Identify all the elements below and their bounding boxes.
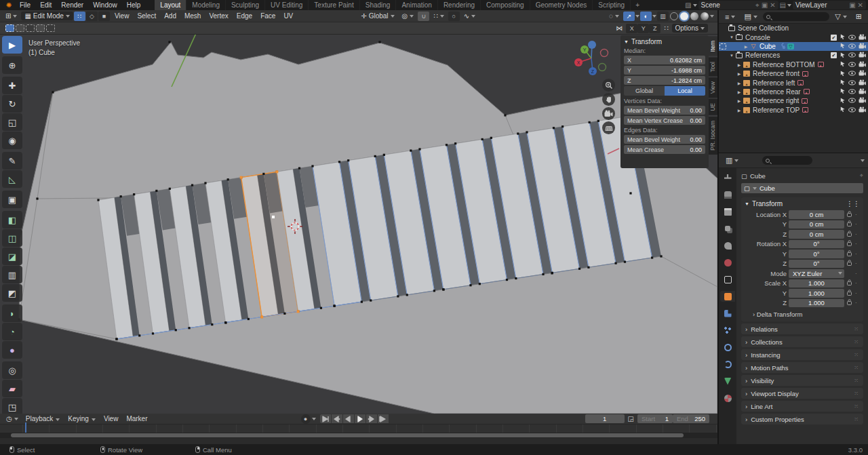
- viewport-menu-vertex[interactable]: Vertex: [205, 12, 232, 20]
- properties-tab-object-data[interactable]: [720, 376, 735, 387]
- z-value-field[interactable]: 0 cm: [789, 230, 844, 239]
- scrollbar-thumb[interactable]: [11, 433, 684, 437]
- show-overlays-toggle[interactable]: ◐: [640, 12, 652, 21]
- properties-tab-collection[interactable]: [720, 274, 735, 285]
- animate-dot-button[interactable]: ·: [855, 231, 860, 237]
- menu-file[interactable]: File: [15, 1, 35, 9]
- toggle-perspective-icon[interactable]: [602, 121, 615, 134]
- animate-dot-button[interactable]: ·: [855, 212, 860, 218]
- mode-selector[interactable]: ▦ Edit Mode: [21, 12, 73, 20]
- properties-tab-render[interactable]: [720, 189, 735, 200]
- panel-drag-dots[interactable]: ⁙: [854, 416, 859, 422]
- inset-faces-tool-button[interactable]: ◫: [2, 229, 22, 247]
- new-collection-button[interactable]: ⊞: [852, 12, 865, 22]
- editor-type-button[interactable]: ⊞: [2, 12, 20, 20]
- vertex-select-mode-button[interactable]: ∷: [74, 12, 85, 21]
- animate-dot-button[interactable]: ·: [855, 221, 860, 227]
- panel-collections[interactable]: ›Collections⁙: [741, 336, 863, 347]
- select-subtract-mode-button[interactable]: [26, 24, 35, 32]
- y-value-field[interactable]: 0 cm: [789, 220, 844, 229]
- pointer-icon[interactable]: [840, 97, 846, 105]
- edge-select-mode-button[interactable]: ◇: [86, 12, 98, 21]
- expander-icon[interactable]: ▶: [736, 90, 743, 94]
- menu-render[interactable]: Render: [56, 1, 88, 9]
- pointer-icon[interactable]: [840, 106, 846, 114]
- outliner-filter-icon-dropdown[interactable]: ▤: [741, 12, 760, 22]
- animate-dot-button[interactable]: ·: [855, 271, 860, 277]
- pointer-icon[interactable]: [840, 87, 846, 96]
- outliner-row-reference-right[interactable]: ▶▴Reference right▴: [719, 96, 868, 105]
- workspace-tab-compositing[interactable]: Compositing: [481, 0, 530, 10]
- mirror-x-button[interactable]: X: [626, 24, 637, 33]
- panel-motion-paths[interactable]: ›Motion Paths⁙: [741, 362, 863, 373]
- rotation-x-value-field[interactable]: 0°: [789, 240, 844, 249]
- proportional-edit-toggle[interactable]: ○: [448, 12, 460, 21]
- viewport-menu-mesh[interactable]: Mesh: [180, 12, 205, 20]
- eye-icon[interactable]: [848, 52, 856, 59]
- select-invert-mode-button[interactable]: [36, 24, 45, 32]
- zoom-icon[interactable]: [602, 79, 615, 92]
- exclude-checkbox[interactable]: ✔: [831, 52, 837, 58]
- close-icon[interactable]: ✕: [858, 1, 863, 9]
- mirror-y-button[interactable]: Y: [637, 24, 649, 33]
- pointer-icon[interactable]: [840, 33, 846, 41]
- object-visibility-dropdown[interactable]: ◌: [606, 12, 623, 20]
- location-x-value-field[interactable]: 0 cm: [789, 210, 844, 219]
- move-tool-button[interactable]: ✚: [2, 77, 22, 94]
- solid-shading-button[interactable]: [680, 12, 688, 20]
- workspace-tab-texture-paint[interactable]: Texture Paint: [309, 0, 359, 10]
- timeline-menu-playback[interactable]: Playback: [22, 414, 64, 423]
- current-frame-field[interactable]: 1: [585, 414, 625, 423]
- camera-icon[interactable]: [859, 106, 866, 114]
- camera-view-icon[interactable]: [602, 107, 615, 120]
- outliner-row-reference-rear[interactable]: ▶▴Reference Rear▴: [719, 87, 868, 96]
- add-workspace-button[interactable]: +: [631, 1, 644, 9]
- viewport-menu-edge[interactable]: Edge: [233, 12, 256, 20]
- collapse-arrow-icon[interactable]: ▼: [624, 39, 629, 44]
- outliner-row-references[interactable]: ▼References✔: [719, 51, 868, 60]
- timeline-editor-type-button[interactable]: ◷: [3, 414, 22, 423]
- pivot-point-dropdown[interactable]: ◎: [399, 12, 418, 20]
- material-preview-button[interactable]: [690, 12, 698, 20]
- eye-icon[interactable]: [848, 34, 856, 41]
- workspace-tab-uv-editing[interactable]: UV Editing: [265, 0, 309, 10]
- viewlayer-type-icon[interactable]: ▤: [780, 1, 786, 9]
- panel-instancing[interactable]: ›Instancing⁙: [741, 349, 863, 360]
- outliner-search-input[interactable]: [763, 12, 829, 21]
- timeline-menu-view[interactable]: View: [100, 414, 123, 423]
- proportional-falloff-dropdown[interactable]: ∿: [460, 12, 479, 20]
- camera-icon[interactable]: [859, 88, 866, 96]
- outliner-row-reference-front[interactable]: ▶▴Reference front▴: [719, 69, 868, 78]
- lock-icon[interactable]: [846, 260, 853, 267]
- jump-to-end-button[interactable]: [378, 414, 389, 423]
- eye-icon[interactable]: [848, 61, 856, 68]
- properties-tab-object[interactable]: [720, 291, 735, 302]
- select-box-tool-button[interactable]: ▶: [2, 36, 22, 54]
- scene-selector[interactable]: Scene ⌖ ▣ ✕: [698, 1, 778, 9]
- properties-tab-world[interactable]: [720, 257, 735, 268]
- mirror-z-button[interactable]: Z: [649, 24, 660, 33]
- copy-icon[interactable]: ▣: [849, 1, 855, 9]
- outliner-row-reference-left[interactable]: ▶▴Reference left▴: [719, 78, 868, 87]
- properties-tab-particles[interactable]: [720, 325, 735, 336]
- shear-tool-button[interactable]: ▰: [2, 380, 22, 397]
- xray-toggle[interactable]: ▥: [657, 12, 669, 21]
- viewport-menu-uv[interactable]: UV: [279, 12, 297, 20]
- global-space-button[interactable]: Global: [624, 86, 665, 96]
- properties-tab-modifiers[interactable]: [720, 308, 735, 319]
- viewport-menu-select[interactable]: Select: [133, 12, 160, 20]
- timeline-scrollbar[interactable]: [0, 433, 717, 438]
- show-gizmos-toggle[interactable]: ↗: [623, 12, 635, 21]
- panel-drag-dots[interactable]: ⋮⋮: [846, 200, 860, 207]
- extrude-region-tool-button[interactable]: ◧: [2, 211, 22, 229]
- camera-icon[interactable]: [859, 70, 866, 77]
- panel-visibility[interactable]: ›Visibility⁙: [741, 375, 863, 386]
- pan-hand-icon[interactable]: [602, 93, 615, 106]
- add-cube-tool-button[interactable]: ▣: [2, 191, 22, 208]
- annotate-tool-button[interactable]: ✎: [2, 152, 22, 170]
- median-x-field[interactable]: X0.62082 cm: [624, 56, 705, 64]
- mode-value-field[interactable]: XYZ Euler: [789, 269, 844, 278]
- viewport-menu-view[interactable]: View: [111, 12, 134, 20]
- lock-icon[interactable]: [846, 290, 853, 297]
- select-intersect-mode-button[interactable]: [46, 24, 55, 32]
